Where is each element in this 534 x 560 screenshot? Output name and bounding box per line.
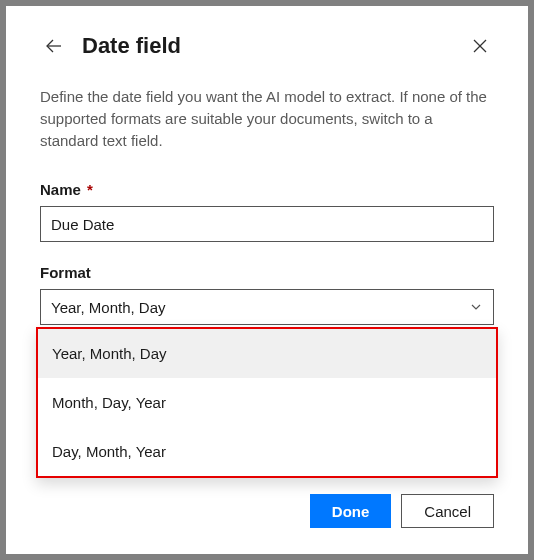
required-indicator: * — [87, 181, 93, 198]
format-select[interactable]: Year, Month, Day — [40, 289, 494, 325]
name-label-text: Name — [40, 181, 81, 198]
back-button[interactable] — [40, 32, 68, 60]
dialog-description: Define the date field you want the AI mo… — [40, 86, 494, 151]
cancel-button[interactable]: Cancel — [401, 494, 494, 528]
done-button[interactable]: Done — [310, 494, 392, 528]
dialog-title: Date field — [82, 33, 466, 59]
chevron-down-icon — [469, 300, 483, 314]
format-option-ymd[interactable]: Year, Month, Day — [38, 329, 496, 378]
dialog-footer: Done Cancel — [310, 494, 494, 528]
format-selected-value: Year, Month, Day — [51, 299, 166, 316]
close-button[interactable] — [466, 32, 494, 60]
name-label: Name * — [40, 181, 494, 198]
format-option-mdy[interactable]: Month, Day, Year — [38, 378, 496, 427]
date-field-dialog: Date field Define the date field you wan… — [6, 6, 528, 554]
format-option-dmy[interactable]: Day, Month, Year — [38, 427, 496, 476]
close-icon — [472, 38, 488, 54]
format-dropdown-panel: Year, Month, Day Month, Day, Year Day, M… — [36, 327, 498, 478]
arrow-left-icon — [44, 36, 64, 56]
format-label: Format — [40, 264, 494, 281]
dialog-header: Date field — [40, 32, 494, 60]
format-select-wrapper: Year, Month, Day Year, Month, Day Month,… — [40, 289, 494, 325]
name-input[interactable] — [40, 206, 494, 242]
